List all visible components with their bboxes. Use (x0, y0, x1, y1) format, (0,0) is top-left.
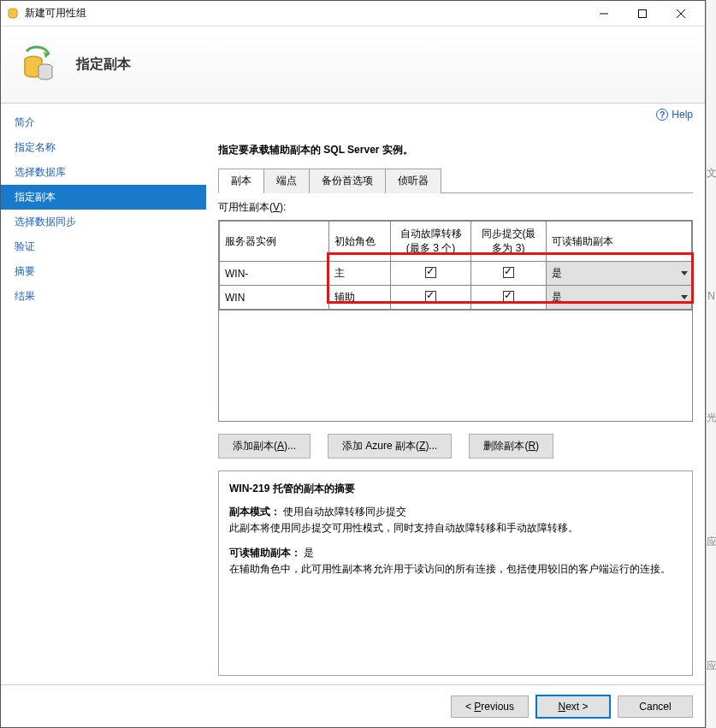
col-sync-commit[interactable]: 同步提交(最多为 3) (471, 222, 547, 262)
previous-button[interactable]: < Previous (451, 695, 529, 718)
auto-failover-cell[interactable] (391, 262, 471, 286)
auto-failover-cell[interactable] (391, 286, 471, 310)
maximize-button[interactable] (623, 2, 661, 26)
col-readable[interactable]: 可读辅助副本 (547, 222, 692, 262)
help-icon: ? (656, 109, 668, 121)
sidebar-item-data-sync[interactable]: 选择数据同步 (1, 210, 206, 234)
replica-summary-box: WIN-219 托管的副本的摘要 副本模式： 使用自动故障转移同步提交 此副本将… (218, 471, 693, 676)
summary-mode-value: 使用自动故障转移同步提交 (283, 506, 406, 518)
role-cell: 主 (329, 262, 391, 286)
summary-readable-value: 是 (304, 547, 314, 559)
titlebar: 新建可用性组 (1, 1, 705, 27)
next-button[interactable]: Next > (536, 695, 611, 719)
page-title: 指定副本 (76, 56, 131, 74)
main-content: ? Help 指定要承载辅助副本的 SQL Server 实例。 副本 端点 备… (206, 104, 705, 684)
checkbox-icon (425, 291, 436, 302)
checkbox-icon (503, 267, 514, 278)
background-strip: 文N光应应 (706, 0, 716, 728)
sidebar-item-results[interactable]: 结果 (1, 284, 206, 309)
table-row: WIN- 主 是 (220, 262, 692, 286)
tab-endpoints[interactable]: 端点 (263, 169, 310, 193)
svg-marker-8 (681, 271, 688, 275)
help-link[interactable]: ? Help (656, 109, 693, 121)
sidebar-item-intro[interactable]: 简介 (1, 110, 206, 135)
window-title: 新建可用性组 (25, 6, 584, 21)
tab-listener[interactable]: 侦听器 (385, 169, 441, 193)
sync-commit-cell[interactable] (471, 262, 547, 286)
wizard-window: 新建可用性组 指定副本 简介 指定名称 选择数据库 指定副本 选择数据同步 验证… (0, 0, 706, 728)
add-replica-button[interactable]: 添加副本(A)... (218, 434, 311, 459)
checkbox-icon (425, 267, 436, 278)
summary-title: WIN-219 托管的副本的摘要 (229, 482, 682, 496)
summary-mode-label: 副本模式： (229, 506, 281, 518)
checkbox-icon (503, 291, 514, 302)
wizard-header: 指定副本 (1, 27, 705, 104)
col-auto-failover[interactable]: 自动故障转移(最多 3 个) (391, 222, 471, 262)
replica-table-container: 服务器实例 初始角色 自动故障转移(最多 3 个) 同步提交(最多为 3) 可读… (218, 220, 693, 311)
minimize-button[interactable] (584, 2, 623, 26)
col-server[interactable]: 服务器实例 (220, 222, 329, 262)
wizard-sidebar: 简介 指定名称 选择数据库 指定副本 选择数据同步 验证 摘要 结果 (1, 104, 206, 684)
sidebar-item-name[interactable]: 指定名称 (1, 135, 206, 160)
replica-section-label: 可用性副本(V): (218, 200, 693, 215)
chevron-down-icon (681, 295, 688, 300)
tab-replicas[interactable]: 副本 (218, 169, 264, 193)
sidebar-item-summary[interactable]: 摘要 (1, 259, 206, 284)
sidebar-item-specify-replicas[interactable]: 指定副本 (1, 185, 206, 210)
replica-table: 服务器实例 初始角色 自动故障转移(最多 3 个) 同步提交(最多为 3) 可读… (219, 221, 692, 310)
readable-cell[interactable]: 是 (547, 286, 692, 310)
db-refresh-icon (18, 44, 59, 86)
add-azure-replica-button[interactable]: 添加 Azure 副本(Z)... (328, 434, 452, 459)
readable-cell[interactable]: 是 (547, 262, 692, 286)
server-cell[interactable]: WIN- (220, 262, 329, 286)
server-cell[interactable]: WIN (220, 286, 329, 310)
sync-commit-cell[interactable] (471, 286, 547, 310)
instruction-text: 指定要承载辅助副本的 SQL Server 实例。 (218, 143, 693, 157)
table-empty-space (218, 311, 693, 422)
summary-readable-label: 可读辅助副本： (229, 547, 301, 559)
svg-rect-2 (638, 9, 646, 17)
svg-marker-9 (681, 295, 688, 299)
sidebar-item-validate[interactable]: 验证 (1, 234, 206, 259)
cancel-button[interactable]: Cancel (618, 695, 693, 718)
tab-backup-prefs[interactable]: 备份首选项 (309, 169, 386, 193)
sidebar-item-select-db[interactable]: 选择数据库 (1, 160, 206, 185)
role-cell: 辅助 (329, 286, 391, 310)
table-row: WIN 辅助 是 (220, 286, 692, 310)
summary-mode-desc: 此副本将使用同步提交可用性模式，同时支持自动故障转移和手动故障转移。 (229, 521, 682, 536)
remove-replica-button[interactable]: 删除副本(R) (469, 434, 553, 459)
tab-strip: 副本 端点 备份首选项 侦听器 (218, 168, 693, 193)
summary-readable-desc: 在辅助角色中，此可用性副本将允许用于读访问的所有连接，包括使用较旧的客户端运行的… (229, 562, 682, 577)
chevron-down-icon (681, 271, 688, 276)
db-icon (6, 7, 20, 21)
col-role[interactable]: 初始角色 (329, 222, 391, 262)
wizard-footer: < Previous Next > Cancel (1, 684, 705, 727)
close-button[interactable] (661, 2, 700, 26)
